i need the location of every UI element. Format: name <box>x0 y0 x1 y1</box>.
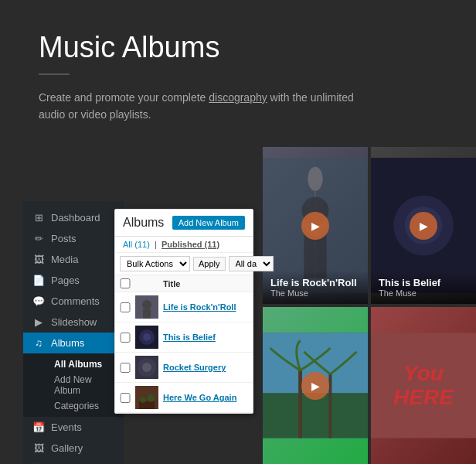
table-header: Title <box>115 275 253 292</box>
card-rockroll: ▶ Life is Rock'n'Roll The Muse <box>263 147 368 304</box>
sidebar-item-gallery[interactable]: 🖼 Gallery <box>23 438 124 459</box>
row-3-title[interactable]: Rocket Surgery <box>163 363 226 372</box>
svg-rect-9 <box>263 393 368 438</box>
youhere-text: You HERE <box>393 362 454 410</box>
row-4-title[interactable]: Here We Go Again <box>163 393 236 402</box>
admin-filters: All (11) | Published (11) <box>115 237 253 253</box>
sidebar-label-events: Events <box>51 421 82 433</box>
card-4-visual: You HERE <box>371 307 476 464</box>
albums-icon: ♫ <box>32 337 45 349</box>
card-1-subtitle: The Muse <box>270 288 360 298</box>
slideshow-icon: ▶ <box>32 316 45 328</box>
sidebar-item-posts[interactable]: ✏ Posts <box>23 228 124 249</box>
row-2-title[interactable]: This is Belief <box>163 333 216 342</box>
table-row: Here We Go Again <box>115 383 253 413</box>
svg-rect-23 <box>139 401 155 409</box>
sidebar-label-gallery: Gallery <box>51 442 83 454</box>
title-column-header: Title <box>163 279 180 288</box>
sidebar-label-pages: Pages <box>51 275 80 286</box>
events-icon: 📅 <box>32 421 45 433</box>
comments-icon: 💬 <box>32 295 45 307</box>
sidebar-label-dashboard: Dashboard <box>51 212 100 223</box>
card-2-title: This is Belief <box>379 277 468 288</box>
thumb-2-svg <box>135 326 158 349</box>
sidebar-item-pages[interactable]: 📄 Pages <box>23 270 124 291</box>
filter-all-link[interactable]: All (11) <box>123 240 150 249</box>
svg-point-18 <box>143 333 151 341</box>
play-button-1[interactable]: ▶ <box>301 212 329 240</box>
thumb-3-svg <box>135 356 158 379</box>
dashboard-icon: ⊞ <box>32 212 45 223</box>
bulk-actions-select[interactable]: Bulk Actions <box>120 256 190 271</box>
card-belief: ▶ This is Belief The Muse <box>371 147 476 304</box>
svg-point-14 <box>142 300 151 309</box>
play-button-2[interactable]: ▶ <box>410 212 437 240</box>
row-2-checkbox[interactable] <box>120 333 131 343</box>
admin-panel-title: Albums <box>123 216 164 230</box>
card-1-overlay: Life is Rock'n'Roll The Muse <box>263 271 368 304</box>
description-text: Create and promote your complete <box>39 91 209 104</box>
apply-button[interactable]: Apply <box>193 257 226 271</box>
svg-point-25 <box>147 394 155 402</box>
add-new-album-button[interactable]: Add New Album <box>172 216 245 230</box>
sidebar-label-comments: Comments <box>51 295 100 307</box>
bulk-actions-row: Bulk Actions Apply All da <box>115 253 253 275</box>
admin-panel: Albums Add New Album All (11) | Publishe… <box>114 209 253 414</box>
card-1-title: Life is Rock'n'Roll <box>270 277 360 288</box>
you-text: You <box>403 361 444 385</box>
card-youhere: You HERE <box>371 307 476 464</box>
row-1-checkbox[interactable] <box>120 302 131 312</box>
row-2-thumbnail <box>135 326 158 349</box>
thumb-1-svg <box>135 295 158 319</box>
sidebar-submenu: All Albums Add New Album Categories <box>23 353 124 417</box>
select-all-checkbox[interactable] <box>120 278 131 288</box>
sidebar-item-dashboard[interactable]: ⊞ Dashboard <box>23 207 124 228</box>
sidebar-item-albums[interactable]: ♫ Albums <box>23 333 124 353</box>
media-icon: 🖼 <box>32 254 45 265</box>
row-4-checkbox[interactable] <box>120 393 131 403</box>
top-section: Music Albums Create and promote your com… <box>0 0 476 147</box>
svg-point-2 <box>308 167 322 191</box>
cards-container: ▶ Life is Rock'n'Roll The Muse ▶ This is… <box>263 147 476 464</box>
posts-icon: ✏ <box>32 233 45 244</box>
divider <box>39 73 70 75</box>
thumb-4-svg <box>135 386 158 409</box>
play-button-3[interactable]: ▶ <box>301 372 329 400</box>
row-1-thumbnail <box>135 295 158 319</box>
description: Create and promote your complete discogr… <box>39 89 363 124</box>
sidebar-item-media[interactable]: 🖼 Media <box>23 249 124 270</box>
table-row: Life is Rock'n'Roll <box>115 292 253 322</box>
sidebar-label-media: Media <box>51 254 78 265</box>
sidebar-label-slideshow: Slideshow <box>51 316 97 328</box>
gallery-icon: 🖼 <box>32 442 45 454</box>
table-row: This is Belief <box>115 322 253 353</box>
pages-icon: 📄 <box>32 275 45 286</box>
svg-point-21 <box>142 363 151 372</box>
row-4-thumbnail <box>135 386 158 409</box>
sidebar-item-appearance[interactable]: 🎨 Appearance <box>23 459 124 464</box>
svg-rect-15 <box>143 309 151 319</box>
row-3-thumbnail <box>135 356 158 379</box>
card-2-overlay: This is Belief The Muse <box>371 271 476 304</box>
sidebar-item-comments[interactable]: 💬 Comments <box>23 291 124 312</box>
filter-published-link[interactable]: Published (11) <box>162 240 219 249</box>
card-2-subtitle: The Muse <box>379 288 468 298</box>
discography-link[interactable]: discography <box>209 91 267 104</box>
svg-point-24 <box>140 397 146 403</box>
row-1-title[interactable]: Life is Rock'n'Roll <box>163 302 236 312</box>
page-title: Music Albums <box>39 31 437 64</box>
submenu-add-new[interactable]: Add New Album <box>45 372 124 398</box>
sidebar-item-slideshow[interactable]: ▶ Slideshow <box>23 312 124 333</box>
sidebar-label-albums: Albums <box>51 337 84 349</box>
row-3-checkbox[interactable] <box>120 363 131 373</box>
all-dates-select[interactable]: All da <box>229 256 274 271</box>
card-palms: ▶ <box>263 307 368 464</box>
sidebar-item-events[interactable]: 📅 Events <box>23 417 124 438</box>
submenu-all-albums[interactable]: All Albums <box>45 357 124 372</box>
sidebar: ⊞ Dashboard ✏ Posts 🖼 Media 📄 Pages 💬 Co… <box>23 201 124 464</box>
submenu-categories[interactable]: Categories <box>45 398 124 414</box>
table-row: Rocket Surgery <box>115 353 253 383</box>
admin-header: Albums Add New Album <box>115 210 253 237</box>
here-text: HERE <box>393 385 454 409</box>
sidebar-label-posts: Posts <box>51 233 76 244</box>
